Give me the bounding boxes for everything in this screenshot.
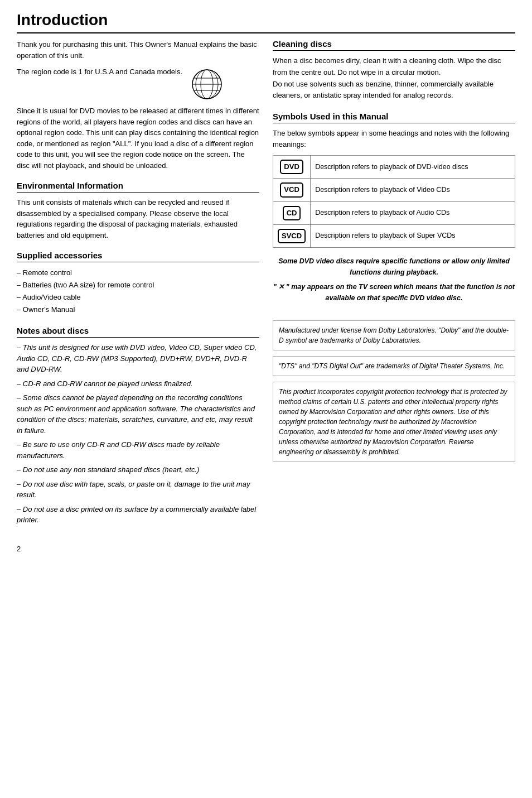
cleaning-text: When a disc becomes dirty, clean it with… (273, 55, 515, 102)
environmental-text: This unit consists of materials which ca… (17, 197, 259, 241)
macrovision-notice: This product incorporates copyright prot… (273, 382, 515, 462)
disc-note: – Do not use a disc printed on its surfa… (17, 504, 259, 526)
disc-note: – CD-R and CD-RW cannot be played unless… (17, 378, 259, 390)
symbols-title: Symbols Used in this Manual (273, 112, 515, 123)
environmental-title: Environmental Information (17, 181, 259, 193)
dvd-desc: Description refers to playback of DVD-vi… (311, 156, 515, 179)
dts-notice: "DTS" and "DTS Digital Out" are trademar… (273, 356, 515, 376)
region-text1: The region code is 1 for U.S.A and Canad… (17, 66, 182, 78)
notes-discs-title: Notes about discs (17, 326, 259, 338)
symbols-table: DVD Description refers to playback of DV… (273, 155, 515, 248)
notes-discs-list: – This unit is designed for use with DVD… (17, 342, 259, 526)
symbols-intro: The below symbols appear in some heading… (273, 128, 515, 150)
svcd-desc: Description refers to playback of Super … (311, 224, 515, 247)
region-text2: Since it is usual for DVD movies to be r… (17, 105, 259, 171)
vcd-badge: VCD (280, 182, 303, 197)
disc-note: – This unit is designed for use with DVD… (17, 342, 259, 375)
disc-note: – Do not use disc with tape, scals, or p… (17, 479, 259, 501)
list-item: Owner's Manual (17, 304, 259, 316)
svcd-badge: SVCD (278, 229, 306, 243)
cd-badge: CD (283, 206, 301, 220)
disc-note: – Do not use any non standard shaped dis… (17, 464, 259, 475)
symbols-note: Some DVD video discs require specific fu… (273, 256, 515, 304)
list-item: Remote control (17, 267, 259, 279)
list-item: Batteries (two AA size) for remote contr… (17, 279, 259, 291)
dvd-badge: DVD (280, 160, 303, 174)
cd-desc: Description refers to playback of Audio … (311, 201, 515, 224)
vcd-desc: Description refers to playback of Video … (311, 179, 515, 201)
supplied-list: Remote control Batteries (two AA size) f… (17, 267, 259, 316)
symbol-note1: Some DVD video discs require specific fu… (273, 256, 515, 278)
page-title: Introduction (17, 11, 515, 33)
table-row: CD Description refers to playback of Aud… (273, 201, 515, 224)
table-row: DVD Description refers to playback of DV… (273, 156, 515, 179)
dolby-notice: Manufactured under license from Dolby La… (273, 320, 515, 350)
page-number: 2 (17, 545, 515, 553)
table-row: VCD Description refers to playback of Vi… (273, 179, 515, 201)
supplied-title: Supplied accessories (17, 251, 259, 262)
disc-note: – Some discs cannot be played depending … (17, 392, 259, 436)
table-row: SVCD Description refers to playback of S… (273, 224, 515, 247)
cleaning-title: Cleaning discs (273, 39, 515, 51)
symbol-note2: " ✕ " may appears on the TV screen which… (273, 281, 515, 304)
list-item: Audio/Video cable (17, 291, 259, 304)
disc-note: – Be sure to use only CD-R and CD-RW dis… (17, 439, 259, 461)
intro-paragraph1: Thank you for purchasing this unit. This… (17, 39, 259, 61)
globe-icon (190, 68, 224, 101)
